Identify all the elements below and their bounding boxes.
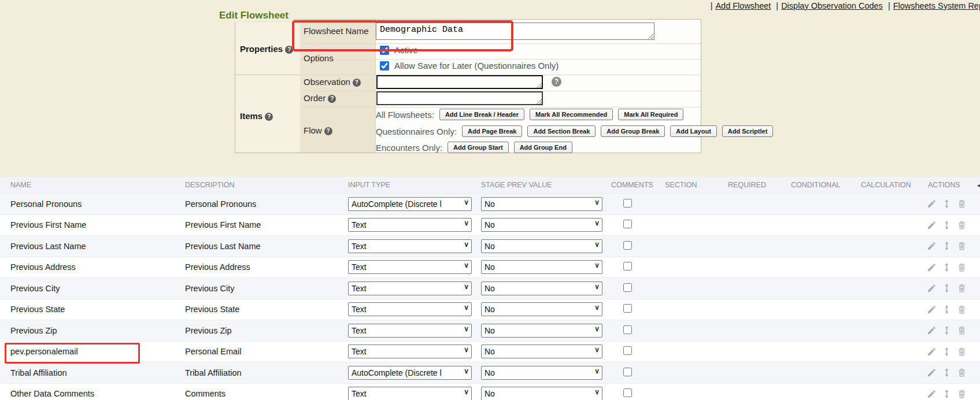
item-description-cell: Personal Pronouns [175,199,338,209]
button-mark-all-recommended[interactable]: Mark All Recommended [530,109,613,120]
delete-trash-icon[interactable] [957,220,967,230]
observation-label: Observation? [304,77,361,87]
observation-input[interactable] [376,75,543,89]
stage-prev-value-cell: No∨ [471,197,601,211]
input-type-cell: Text∨ [338,218,471,232]
delete-trash-icon[interactable] [957,389,967,399]
comments-checkbox[interactable] [623,283,632,292]
column-header-actions: ACTIONS [922,181,980,189]
comments-checkbox[interactable] [623,304,632,313]
input-type-select[interactable]: Text [348,345,472,358]
comments-checkbox[interactable] [623,346,632,355]
edit-pencil-icon[interactable] [927,262,937,272]
delete-trash-icon[interactable] [957,241,967,251]
button-add-layout[interactable]: Add Layout [670,125,717,137]
help-icon[interactable]: ? [324,127,332,135]
button-add-group-break[interactable]: Add Group Break [601,125,665,137]
flowsheet-name-input[interactable]: Demographic Data [376,23,654,40]
input-type-select[interactable]: Text [348,218,472,232]
edit-pencil-icon[interactable] [927,305,937,314]
button-add-group-start[interactable]: Add Group Start [448,142,509,153]
input-type-select[interactable]: Text [348,239,472,253]
button-add-section-break[interactable]: Add Section Break [527,125,596,137]
stage-prev-value-select[interactable]: No [481,345,602,358]
comments-checkbox[interactable] [623,388,632,397]
move-vertical-icon[interactable] [942,389,952,399]
help-icon[interactable]: ? [328,95,336,103]
comments-checkbox[interactable] [623,325,632,334]
item-description-cell: Previous City [175,284,338,293]
comments-checkbox[interactable] [623,199,632,208]
move-vertical-icon[interactable] [942,283,952,293]
edit-pencil-icon[interactable] [927,220,937,230]
actions-cell [922,305,980,314]
move-vertical-icon[interactable] [942,305,952,314]
delete-trash-icon[interactable] [957,283,967,293]
item-name-cell: Other Data Comments [0,384,175,400]
all-flowsheets-label: All Flowsheets: [376,110,434,120]
help-icon[interactable]: ? [285,46,293,54]
input-type-select[interactable]: AutoComplete (Discrete l [348,197,472,211]
delete-trash-icon[interactable] [957,305,967,314]
item-name: Previous City [10,284,60,293]
move-vertical-icon[interactable] [942,220,952,230]
input-type-select[interactable]: Text [348,282,472,295]
input-type-select[interactable]: Text [348,260,472,274]
button-mark-all-required[interactable]: Mark All Required [618,109,683,120]
comments-checkbox[interactable] [623,241,632,250]
move-vertical-icon[interactable] [942,347,952,357]
display-observation-codes-link[interactable]: Display Observation Codes [781,1,883,10]
edit-pencil-icon[interactable] [927,368,937,377]
edit-pencil-icon[interactable] [927,199,937,209]
allow-save-for-later-checkbox[interactable] [380,61,389,71]
delete-trash-icon[interactable] [957,347,967,357]
delete-trash-icon[interactable] [957,368,967,377]
section-divider [235,75,300,75]
stage-prev-value-select[interactable]: No [481,260,602,274]
edit-pencil-icon[interactable] [927,347,937,357]
stage-prev-value-select[interactable]: No [481,197,602,211]
help-icon[interactable]: ? [552,77,561,87]
delete-trash-icon[interactable] [957,199,967,209]
edit-pencil-icon[interactable] [927,389,937,399]
move-vertical-icon[interactable] [942,199,952,209]
input-type-select[interactable]: AutoComplete (Discrete l [348,366,472,380]
stage-prev-value-select[interactable]: No [481,324,602,338]
input-type-select[interactable]: Text [348,387,472,400]
actions-cell [922,283,980,293]
add-flowsheet-link[interactable]: Add Flowsheet [715,1,771,10]
input-type-select[interactable]: Text [348,302,472,316]
stage-prev-value-select[interactable]: No [481,387,602,400]
options-label: Options [304,53,334,63]
active-checkbox[interactable] [380,46,389,55]
comments-cell [601,304,653,314]
stage-prev-value-select[interactable]: No [481,282,602,295]
stage-prev-value-select[interactable]: No [481,302,602,316]
help-icon[interactable]: ? [353,79,361,87]
stage-prev-value-select[interactable]: No [481,366,602,380]
comments-checkbox[interactable] [623,220,632,228]
delete-trash-icon[interactable] [957,325,967,335]
stage-prev-value-select[interactable]: No [481,239,602,253]
button-add-scriptlet[interactable]: Add Scriptlet [722,125,773,137]
move-vertical-icon[interactable] [942,262,952,272]
encounters-only-buttons: Add Group StartAdd Group End [448,142,572,153]
button-add-page-break[interactable]: Add Page Break [462,125,522,137]
item-description-cell: Tribal Affiliation [175,368,338,377]
edit-pencil-icon[interactable] [927,283,937,293]
edit-pencil-icon[interactable] [927,241,937,251]
move-vertical-icon[interactable] [942,241,952,251]
flowsheets-system-report-link[interactable]: Flowsheets System Rep [893,1,980,10]
button-add-group-end[interactable]: Add Group End [514,142,572,153]
comments-checkbox[interactable] [623,262,632,271]
move-vertical-icon[interactable] [942,325,952,335]
stage-prev-value-select[interactable]: No [481,218,602,232]
help-icon[interactable]: ? [265,113,273,121]
button-add-line-break-header[interactable]: Add Line Break / Header [439,109,524,120]
edit-pencil-icon[interactable] [927,325,937,335]
move-vertical-icon[interactable] [942,368,952,377]
comments-checkbox[interactable] [623,368,632,376]
input-type-select[interactable]: Text [348,324,472,338]
order-input[interactable] [376,91,543,105]
delete-trash-icon[interactable] [957,262,967,272]
